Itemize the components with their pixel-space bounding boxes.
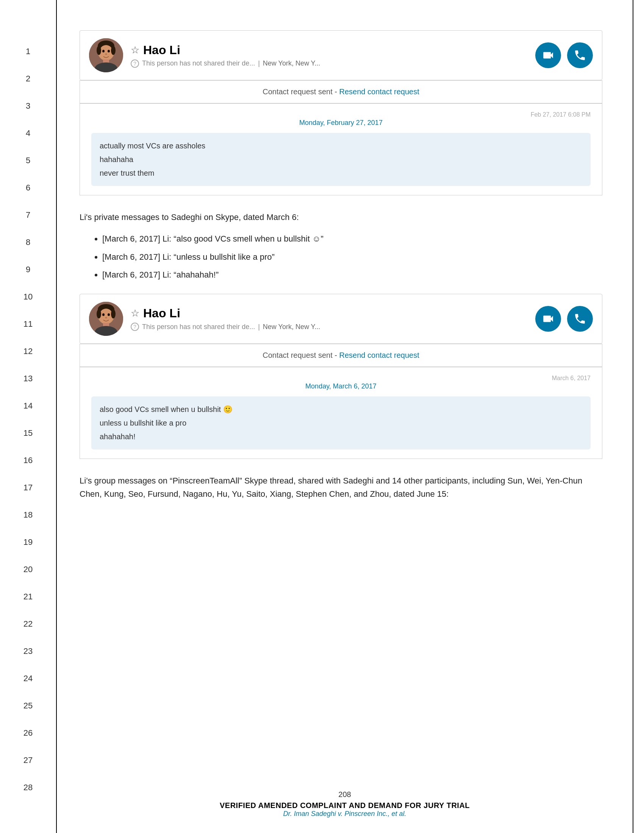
chat-message-2-2: unless u bullshit like a pro (100, 417, 582, 429)
phone-call-button-1[interactable] (567, 42, 593, 68)
chat-section-1: Feb 27, 2017 6:08 PM Monday, February 27… (80, 104, 602, 195)
line-18: 18 (0, 501, 56, 529)
phone-icon-2 (573, 312, 586, 325)
line-27: 27 (0, 747, 56, 774)
line-22: 22 (0, 610, 56, 638)
line-28: 28 (0, 774, 56, 801)
svg-point-21 (111, 309, 116, 318)
chat-message-2-3: ahahahah! (100, 431, 582, 442)
chat-date-faded-2: March 6, 2017 (91, 375, 591, 382)
page-number: 208 (57, 790, 633, 799)
line-5: 5 (0, 147, 56, 174)
line-20: 20 (0, 556, 56, 583)
avatar-2 (89, 302, 123, 336)
line-2: 2 (0, 65, 56, 92)
profile-location-1: New York, New Y... (263, 60, 320, 68)
line-13: 13 (0, 365, 56, 392)
chat-message-1-2: hahahaha (100, 153, 582, 166)
main-content: ☆ Hao Li ? This person has not shared th… (57, 0, 633, 833)
svg-point-10 (111, 46, 116, 55)
chat-date-2: Monday, March 6, 2017 (91, 383, 591, 391)
line-21: 21 (0, 583, 56, 610)
profile-separator-1: | (258, 60, 260, 68)
chat-section-2: March 6, 2017 Monday, March 6, 2017 also… (80, 367, 602, 459)
resend-link-1[interactable]: Resend contact request (340, 87, 419, 96)
video-icon-2 (542, 312, 555, 325)
chat-bubble-2: also good VCs smell when u bullshit 🙂 un… (91, 396, 591, 449)
line-19: 19 (0, 529, 56, 556)
line-25: 25 (0, 692, 56, 719)
phone-call-button-2[interactable] (567, 306, 593, 332)
line-17: 17 (0, 474, 56, 501)
svg-point-6 (105, 53, 107, 55)
profile-sub-text-2: This person has not shared their de... (142, 323, 255, 331)
profile-location-2: New York, New Y... (263, 323, 320, 331)
line-6: 6 (0, 174, 56, 201)
line-24: 24 (0, 665, 56, 692)
body-text-1: Li's private messages to Sadeghi on Skyp… (80, 211, 602, 224)
chat-messages-2: also good VCs smell when u bullshit 🙂 un… (100, 403, 582, 442)
line-26: 26 (0, 719, 56, 747)
profile-sub-text-1: This person has not shared their de... (142, 60, 255, 68)
profile-card-2: ☆ Hao Li ? This person has not shared th… (80, 294, 602, 344)
chat-message-1-1: actually most VCs are assholes (100, 140, 582, 152)
line-12: 12 (0, 338, 56, 365)
footer-title: VERIFIED AMENDED COMPLAINT AND DEMAND FO… (57, 801, 633, 810)
video-call-button-1[interactable] (535, 42, 561, 68)
line-11: 11 (0, 310, 56, 338)
profile-actions-1 (535, 42, 593, 68)
svg-point-9 (97, 46, 101, 55)
bullet-item-1-1: [March 6, 2017] Li: “also good VCs smell… (102, 232, 602, 246)
star-icon-2: ☆ (131, 307, 139, 319)
line-8: 8 (0, 229, 56, 256)
line-16: 16 (0, 447, 56, 474)
svg-point-17 (105, 317, 107, 318)
profile-info-2: ☆ Hao Li ? This person has not shared th… (131, 306, 535, 331)
bullet-item-1-2: [March 6, 2017] Li: “unless u bullshit l… (102, 249, 602, 265)
svg-point-14 (99, 309, 113, 324)
avatar-1 (89, 38, 123, 72)
info-icon-2: ? (131, 323, 139, 331)
contact-request-bar-1: Contact request sent - Resend contact re… (80, 80, 602, 103)
line-10: 10 (0, 283, 56, 310)
line-3: 3 (0, 92, 56, 120)
line-numbers-column: 1 2 3 4 5 6 7 8 9 10 11 12 13 14 15 16 1… (0, 0, 57, 833)
profile-name-row-2: ☆ Hao Li (131, 306, 535, 320)
page-footer: 208 VERIFIED AMENDED COMPLAINT AND DEMAN… (57, 790, 633, 818)
footer-subtitle: Dr. Iman Sadeghi v. Pinscreen Inc., et a… (57, 810, 633, 818)
svg-point-15 (102, 313, 105, 316)
profile-name-row-1: ☆ Hao Li (131, 43, 535, 57)
chat-message-1-3: never trust them (100, 167, 582, 179)
line-23: 23 (0, 638, 56, 665)
body-text-2: Li’s group messages on “PinscreenTeamAll… (80, 474, 602, 500)
svg-point-20 (97, 309, 101, 318)
right-border (633, 0, 644, 833)
line-4: 4 (0, 120, 56, 147)
bullet-list-1: [March 6, 2017] Li: “also good VCs smell… (102, 232, 602, 283)
svg-point-4 (102, 50, 105, 53)
resend-link-2[interactable]: Resend contact request (340, 351, 419, 359)
profile-separator-2: | (258, 323, 260, 331)
contact-request-text-1: Contact request sent - (262, 87, 339, 96)
video-icon-1 (542, 49, 555, 62)
phone-icon-1 (573, 49, 586, 62)
profile-info-1: ☆ Hao Li ? This person has not shared th… (131, 43, 535, 68)
profile-sub-2: ? This person has not shared their de...… (131, 323, 535, 331)
line-15: 15 (0, 420, 56, 447)
video-call-button-2[interactable] (535, 306, 561, 332)
contact-request-text-2: Contact request sent - (262, 351, 339, 359)
contact-request-bar-2: Contact request sent - Resend contact re… (80, 344, 602, 367)
chat-date-1: Monday, February 27, 2017 (91, 119, 591, 127)
chat-bubble-1: actually most VCs are assholes hahahaha … (91, 133, 591, 186)
line-9: 9 (0, 256, 56, 283)
chat-date-faded-1: Feb 27, 2017 6:08 PM (91, 111, 591, 118)
profile-sub-1: ? This person has not shared their de...… (131, 60, 535, 68)
svg-point-5 (108, 50, 110, 53)
star-icon-1: ☆ (131, 44, 139, 56)
profile-name-1: Hao Li (143, 43, 180, 57)
profile-name-2: Hao Li (143, 306, 180, 320)
line-14: 14 (0, 392, 56, 420)
line-7: 7 (0, 201, 56, 229)
profile-card-1: ☆ Hao Li ? This person has not shared th… (80, 30, 602, 80)
profile-actions-2 (535, 306, 593, 332)
